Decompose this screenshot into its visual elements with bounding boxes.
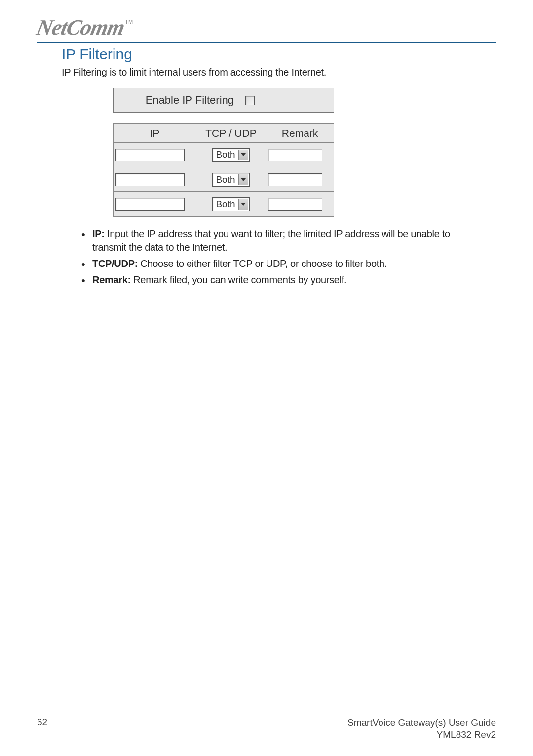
section-title: IP Filtering <box>62 46 496 63</box>
remark-input[interactable] <box>268 173 322 186</box>
ip-input[interactable] <box>115 149 185 161</box>
page-footer: 62 SmartVoice Gateway(s) User Guide YML8… <box>37 715 496 741</box>
footer-divider <box>37 715 496 715</box>
enable-row: Enable IP Filtering <box>113 88 334 113</box>
column-header-ip: IP <box>114 124 196 143</box>
bullet-label: Remark: <box>92 274 131 285</box>
column-header-proto: TCP / UDP <box>196 124 266 143</box>
table-row: Both <box>114 192 334 217</box>
section-intro: IP Filtering is to limit internal users … <box>62 67 496 78</box>
trademark-symbol: TM <box>125 19 133 25</box>
bullet-label: IP: <box>92 228 105 239</box>
ip-input[interactable] <box>115 173 185 186</box>
brand-name: NetComm <box>35 15 127 40</box>
enable-checkbox[interactable] <box>245 96 255 105</box>
svg-marker-2 <box>241 203 246 206</box>
bullet-label: TCP/UDP: <box>92 258 138 269</box>
proto-value: Both <box>213 199 238 210</box>
ip-filtering-ui: Enable IP Filtering IP TCP / UDP Remark <box>113 88 496 217</box>
table-row: Both <box>114 167 334 192</box>
page-number: 62 <box>37 717 47 741</box>
brand-logo: NetCommTM <box>37 15 496 40</box>
enable-checkbox-cell <box>239 96 334 105</box>
svg-marker-0 <box>241 153 246 156</box>
bullet-text: Remark filed, you can write comments by … <box>131 274 346 285</box>
footer-revision: YML832 Rev2 <box>347 729 496 741</box>
table-row: Both <box>114 143 334 167</box>
chevron-down-icon <box>238 150 248 160</box>
column-header-remark: Remark <box>266 124 334 143</box>
bullet-text: Input the IP address that you want to fi… <box>92 228 450 253</box>
bullet-text: Choose to either filter TCP or UDP, or c… <box>138 258 387 269</box>
list-item: TCP/UDP: Choose to either filter TCP or … <box>81 257 476 270</box>
remark-input[interactable] <box>268 149 322 161</box>
proto-select[interactable]: Both <box>212 173 249 187</box>
proto-select[interactable]: Both <box>212 148 249 162</box>
header-divider <box>37 42 496 43</box>
svg-marker-1 <box>241 178 246 181</box>
footer-guide-title: SmartVoice Gateway(s) User Guide <box>347 717 496 729</box>
list-item: Remark: Remark filed, you can write comm… <box>81 273 476 287</box>
chevron-down-icon <box>238 199 248 210</box>
chevron-down-icon <box>238 174 248 185</box>
ip-input[interactable] <box>115 198 185 211</box>
proto-value: Both <box>213 174 238 185</box>
filter-table: IP TCP / UDP Remark Both <box>113 123 334 217</box>
list-item: IP: Input the IP address that you want t… <box>81 227 476 254</box>
proto-select[interactable]: Both <box>212 197 249 211</box>
proto-value: Both <box>213 150 238 160</box>
description-list: IP: Input the IP address that you want t… <box>81 227 476 287</box>
enable-label: Enable IP Filtering <box>114 88 239 112</box>
remark-input[interactable] <box>268 198 322 211</box>
